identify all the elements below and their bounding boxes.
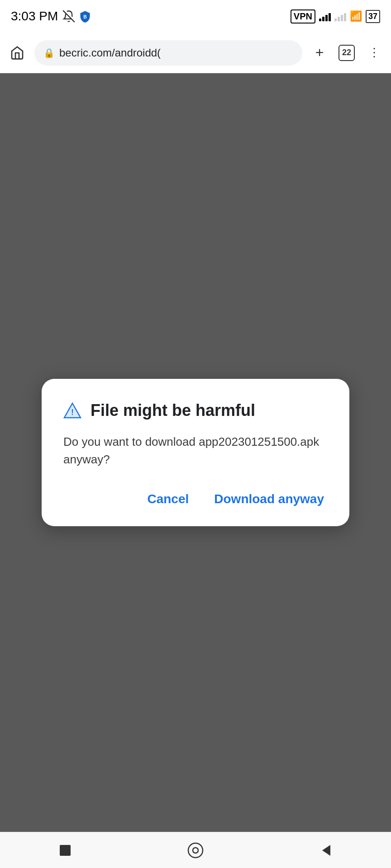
wifi-icon: 📶 <box>350 10 362 22</box>
more-options-button[interactable]: ⋮ <box>364 43 384 63</box>
status-bar-right: VPN 📶 37 <box>291 9 380 24</box>
browser-content: ! File might be harmful Do you want to d… <box>0 73 391 832</box>
home-nav-button[interactable] <box>177 832 214 868</box>
back-icon <box>318 842 334 859</box>
download-anyway-button[interactable]: Download anyway <box>210 486 328 512</box>
address-text: becric.com/androidd​( <box>59 47 161 59</box>
tab-count-button[interactable]: 22 <box>337 43 357 63</box>
svg-text:B: B <box>83 14 87 19</box>
shield-icon: B <box>79 10 91 23</box>
harmful-file-dialog: ! File might be harmful Do you want to d… <box>42 379 349 526</box>
dialog-title: File might be harmful <box>91 401 255 420</box>
status-icons-left: B <box>62 10 91 23</box>
circle-icon <box>186 841 205 859</box>
dialog-buttons: Cancel Download anyway <box>63 486 328 512</box>
more-icon: ⋮ <box>368 46 380 60</box>
svg-point-7 <box>193 848 198 853</box>
dialog-message: Do you want to download app202301251500.… <box>63 433 328 468</box>
vpn-label: VPN <box>291 9 315 24</box>
svg-line-0 <box>63 10 75 22</box>
tab-count-box: 22 <box>339 45 355 61</box>
browser-toolbar: 🔒 becric.com/androidd​( + 22 ⋮ <box>0 33 391 73</box>
svg-text:!: ! <box>71 408 74 417</box>
cancel-button[interactable]: Cancel <box>143 486 192 512</box>
dialog-title-row: ! File might be harmful <box>63 401 328 420</box>
plus-icon: + <box>315 44 324 61</box>
status-bar-left: 3:03 PM B <box>11 9 91 24</box>
svg-marker-8 <box>322 845 330 856</box>
warning-triangle-icon: ! <box>63 401 81 420</box>
home-icon <box>10 46 24 60</box>
home-button[interactable] <box>7 43 27 63</box>
stop-icon <box>57 842 73 859</box>
address-bar[interactable]: 🔒 becric.com/androidd​( <box>34 40 302 66</box>
svg-rect-5 <box>60 845 71 856</box>
battery-level: 37 <box>368 12 377 21</box>
lock-icon: 🔒 <box>43 47 55 58</box>
stop-button[interactable] <box>47 832 83 868</box>
signal-full-icon <box>319 11 331 21</box>
bell-mute-icon <box>62 10 75 23</box>
status-time: 3:03 PM <box>11 9 58 24</box>
battery-icon: 37 <box>366 10 380 23</box>
back-button[interactable] <box>308 832 344 868</box>
navigation-bar <box>0 832 391 868</box>
tab-count: 22 <box>342 48 351 57</box>
signal-partial-icon <box>334 11 346 21</box>
status-bar: 3:03 PM B VPN <box>0 0 391 33</box>
new-tab-button[interactable]: + <box>310 43 329 63</box>
dialog-overlay: ! File might be harmful Do you want to d… <box>0 73 391 832</box>
svg-point-6 <box>188 843 203 858</box>
